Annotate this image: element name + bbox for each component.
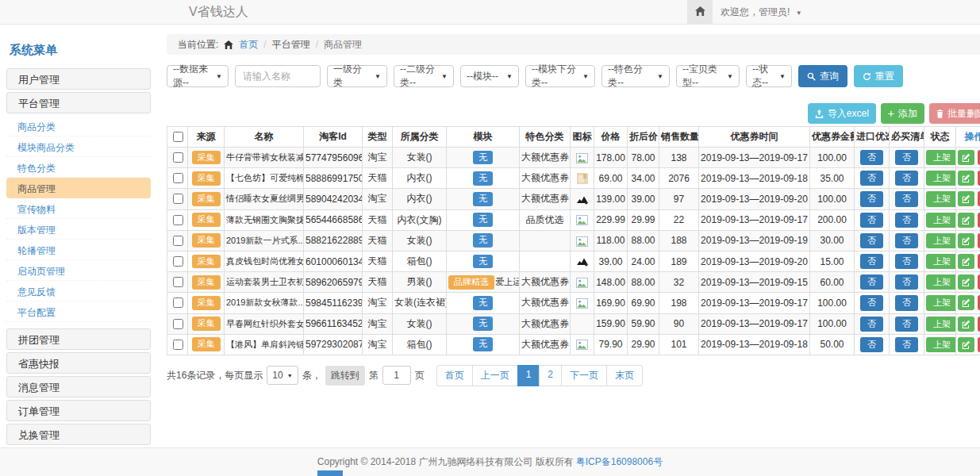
import-toggle-button[interactable]: 否 [860,233,883,248]
edit-button[interactable] [958,233,974,248]
sidebar-item[interactable]: 商品分类 [6,116,151,136]
cell-price: 39.00 [594,251,628,271]
must-buy-toggle-button[interactable]: 否 [895,274,918,290]
sidebar-group-header[interactable]: 兑换管理 [6,424,151,445]
sidebar-item[interactable]: 宣传物料 [6,198,151,219]
row-checkbox[interactable] [173,173,183,183]
edit-button[interactable] [958,171,974,186]
user-menu[interactable]: 欢迎您，管理员! ▼ [721,0,802,25]
status-button[interactable]: 上架 [926,295,956,310]
row-checkbox[interactable] [173,340,183,350]
row-checkbox[interactable] [173,256,183,267]
status-button[interactable]: 上架 [926,254,956,269]
row-checkbox[interactable] [173,319,183,329]
sidebar-item[interactable]: 平台配置 [6,301,151,322]
filter-select[interactable]: 一级分类▼ [327,65,387,87]
row-checkbox[interactable] [173,298,183,308]
status-button[interactable]: 上架 [926,191,956,206]
filter-select[interactable]: --宝贝类型--▼ [676,65,740,87]
edit-button[interactable] [958,317,974,332]
sidebar-group-header[interactable]: 省惠快报 [6,352,151,374]
sidebar-item[interactable]: 特色分类 [6,157,151,178]
edit-button[interactable] [958,213,974,228]
sidebar-group-header[interactable]: 用户管理 [6,68,151,90]
edit-button[interactable] [958,191,974,206]
search-button[interactable]: 查询 [798,65,847,87]
import-toggle-button[interactable]: 否 [860,191,883,206]
import-toggle-button[interactable]: 否 [860,337,883,352]
must-buy-toggle-button[interactable]: 否 [895,150,918,165]
edit-button[interactable] [958,337,974,352]
import-toggle-button[interactable]: 否 [860,171,883,186]
import-toggle-button[interactable]: 否 [860,150,883,165]
sidebar-item[interactable]: 启动页管理 [6,260,151,281]
edit-button[interactable] [958,295,974,310]
sidebar-group-header[interactable]: 平台管理 [6,92,151,113]
must-buy-toggle-button[interactable]: 否 [895,254,918,269]
status-button[interactable]: 上架 [926,233,956,248]
batch-delete-button[interactable]: 批量删除 [929,103,980,124]
import-toggle-button[interactable]: 否 [860,213,883,228]
home-button[interactable] [687,0,713,24]
sidebar-item[interactable]: 意见反馈 [6,281,151,301]
must-buy-toggle-button[interactable]: 否 [895,233,918,248]
edit-button[interactable] [958,274,974,290]
import-toggle-button[interactable]: 否 [860,274,883,290]
row-checkbox[interactable] [173,152,183,163]
must-buy-toggle-button[interactable]: 否 [895,213,918,228]
row-checkbox[interactable] [173,194,183,204]
filter-select[interactable]: --模块下分类--▼ [525,65,595,87]
status-button[interactable]: 上架 [926,171,956,186]
pager-button[interactable]: 下一页 [561,365,607,386]
per-page-select[interactable]: 10 ▼ [267,366,298,385]
reset-button[interactable]: 重置 [854,65,903,87]
jump-button[interactable]: 跳转到 [325,366,365,386]
filter-select[interactable]: --数据来源--▼ [167,65,229,87]
sidebar-group-header[interactable]: 拼团管理 [6,328,151,350]
select-all-checkbox[interactable] [173,132,183,142]
pager-button[interactable]: 2 [539,365,562,386]
must-buy-toggle-button[interactable]: 否 [895,337,918,352]
filter-select[interactable]: --模块--▼ [460,65,519,87]
must-buy-toggle-button[interactable]: 否 [895,295,918,310]
sidebar-item[interactable]: 版本管理 [6,219,151,240]
filter-select[interactable]: --二级分类--▼ [394,65,454,87]
jump-page-input[interactable] [382,366,411,385]
pager-button[interactable]: 首页 [436,365,473,386]
add-button[interactable]: + 添加 [881,103,924,124]
status-button[interactable]: 上架 [926,274,956,290]
sidebar-item[interactable]: 模块商品分类 [6,136,151,157]
filter-select[interactable]: --状态--▼ [746,65,792,87]
status-button[interactable]: 上架 [926,213,956,228]
sidebar-group-header[interactable]: 订单管理 [6,400,151,421]
pager-button[interactable]: 末页 [606,365,643,386]
status-button[interactable]: 上架 [926,317,956,332]
product-image-icon [576,195,589,205]
name-search-input[interactable] [235,65,321,87]
row-checkbox[interactable] [173,215,183,225]
import-toggle-button[interactable]: 否 [860,295,883,310]
sidebar-item[interactable]: 轮播管理 [6,240,151,260]
import-toggle-button[interactable]: 否 [860,254,883,269]
sidebar-item[interactable]: 商品管理 [6,178,151,198]
cell-coupon-time: 2019-09-13—2019-09-20 [699,189,810,209]
module-badge: 无 [473,233,493,248]
must-buy-toggle-button[interactable]: 否 [895,171,918,186]
pager-button[interactable]: 上一页 [472,365,518,386]
status-button[interactable]: 上架 [926,150,956,165]
edit-button[interactable] [958,254,974,269]
cell-discount-price: 88.00 [628,272,659,293]
row-checkbox[interactable] [173,277,183,287]
icp-link[interactable]: 粤ICP备16098006号 [576,455,663,469]
row-checkbox[interactable] [173,236,183,246]
sidebar-group-header[interactable]: 消息管理 [6,376,151,397]
must-buy-toggle-button[interactable]: 否 [895,317,918,332]
breadcrumb-home-link[interactable]: 首页 [239,38,258,52]
filter-select[interactable]: --特色分类--▼ [601,65,670,87]
status-button[interactable]: 上架 [926,337,956,352]
import-excel-button[interactable]: 导入excel [808,103,876,124]
must-buy-toggle-button[interactable]: 否 [895,191,918,206]
import-toggle-button[interactable]: 否 [860,317,883,332]
edit-button[interactable] [958,150,974,165]
pager-button[interactable]: 1 [517,365,540,386]
